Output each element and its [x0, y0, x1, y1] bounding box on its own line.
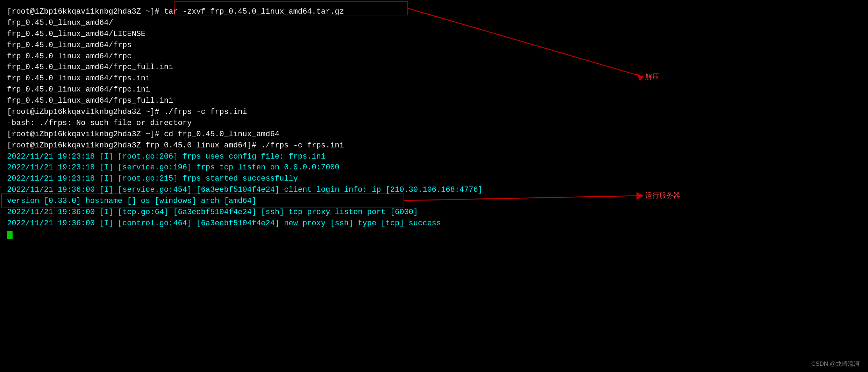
line-6: frp_0.45.0_linux_amd64/frpc_full.ini	[7, 62, 861, 73]
line-13: [root@iZbp16kkqavi1knbg2hda3Z frp_0.45.0…	[7, 140, 861, 151]
cmd-frps-run: ./frps -c frps.ini	[261, 141, 344, 150]
line-8: frp_0.45.0_linux_amd64/frpc.ini	[7, 84, 861, 95]
line-7: frp_0.45.0_linux_amd64/frps.ini	[7, 73, 861, 84]
line-20: 2022/11/21 19:36:00 [I] [control.go:464]…	[7, 218, 861, 229]
prompt-1: [root@iZbp16kkqavi1knbg2hda3Z ~]#	[7, 7, 164, 16]
cmd-cd: cd frp_0.45.0_linux_amd64	[164, 130, 279, 139]
line-14: 2022/11/21 19:23:18 [I] [root.go:206] fr…	[7, 151, 861, 162]
watermark: CSDN @龙崎流河	[811, 360, 860, 368]
line-18: version [0.33.0] hostname [] os [windows…	[7, 196, 861, 207]
line-cursor	[7, 229, 861, 240]
terminal: [root@iZbp16kkqavi1knbg2hda3Z ~]# tar -z…	[0, 0, 868, 247]
line-9: frp_0.45.0_linux_amd64/frps_full.ini	[7, 95, 861, 107]
prompt-13: [root@iZbp16kkqavi1knbg2hda3Z frp_0.45.0…	[7, 141, 261, 150]
line-15: 2022/11/21 19:23:18 [I] [service.go:196]…	[7, 162, 861, 173]
line-12: [root@iZbp16kkqavi1knbg2hda3Z ~]# cd frp…	[7, 129, 861, 140]
line-2: frp_0.45.0_linux_amd64/	[7, 17, 861, 29]
cmd-frps-fail: ./frps -c frps.ini	[164, 108, 247, 116]
prompt-12: [root@iZbp16kkqavi1knbg2hda3Z ~]#	[7, 130, 164, 139]
line-3: frp_0.45.0_linux_amd64/LICENSE	[7, 29, 861, 40]
line-17: 2022/11/21 19:36:00 [I] [service.go:454]…	[7, 184, 861, 196]
line-19: 2022/11/21 19:36:00 [I] [tcp.go:64] [6a3…	[7, 207, 861, 218]
terminal-cursor	[7, 231, 13, 239]
line-5: frp_0.45.0_linux_amd64/frpc	[7, 51, 861, 62]
line-11: -bash: ./frps: No such file or directory	[7, 118, 861, 129]
line-1: [root@iZbp16kkqavi1knbg2hda3Z ~]# tar -z…	[7, 6, 861, 17]
jieyaLabel: 解压	[645, 72, 659, 82]
prompt-10: [root@iZbp16kkqavi1knbg2hda3Z ~]#	[7, 108, 164, 116]
line-4: frp_0.45.0_linux_amd64/frps	[7, 40, 861, 51]
cmd-tar: tar -zxvf frp_0.45.0_linux_amd64.tar.gz	[164, 7, 344, 16]
line-16: 2022/11/21 19:23:18 [I] [root.go:215] fr…	[7, 173, 861, 184]
yunyingLabel: 运行服务器	[645, 190, 680, 200]
line-10: [root@iZbp16kkqavi1knbg2hda3Z ~]# ./frps…	[7, 107, 861, 118]
